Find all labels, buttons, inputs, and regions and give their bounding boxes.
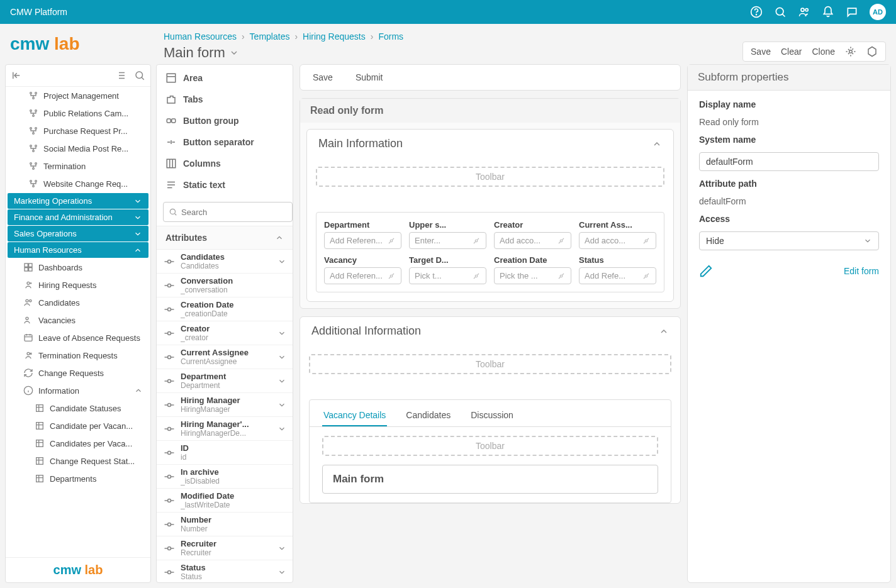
search-icon[interactable] <box>774 6 787 18</box>
field-input[interactable]: Add Referen... <box>324 267 401 284</box>
gear-icon[interactable] <box>845 46 856 57</box>
section-header-additional[interactable]: Additional Information <box>300 317 680 345</box>
field-input[interactable]: Enter... <box>409 232 486 249</box>
tool-button-group[interactable]: Button group <box>157 110 293 131</box>
canvas-save-button[interactable]: Save <box>313 72 333 82</box>
category-hr[interactable]: Human Resources <box>8 242 148 258</box>
crumb[interactable]: Forms <box>378 31 403 42</box>
sidebar-item-change[interactable]: Change Requests <box>6 364 150 382</box>
attributes-header[interactable]: Attributes <box>157 226 293 250</box>
tree-item[interactable]: Purchase Request Pr... <box>6 122 150 140</box>
sidebar-item-termination[interactable]: Termination Requests <box>6 347 150 364</box>
field-input[interactable]: Add acco... <box>494 232 571 249</box>
sidebar-item-information[interactable]: Information <box>6 382 150 399</box>
toolbar-placeholder[interactable]: Toolbar <box>309 354 671 374</box>
category-marketing[interactable]: Marketing Operations <box>8 193 148 209</box>
page-title: Main form <box>164 45 225 61</box>
attribute-item[interactable]: StatusStatus <box>157 560 293 582</box>
category-sales[interactable]: Sales Operations <box>8 226 148 241</box>
attribute-item[interactable]: DepartmentDepartment <box>157 369 293 393</box>
attribute-item[interactable]: RecruiterRecruiter <box>157 536 293 560</box>
clear-button[interactable]: Clear <box>781 47 802 57</box>
list-icon[interactable] <box>115 70 126 81</box>
field-input[interactable]: Pick t... <box>409 267 486 284</box>
attribute-item[interactable]: Hiring Manager'...HiringManagerDe... <box>157 417 293 441</box>
tool-area[interactable]: Area <box>157 67 293 89</box>
tool-static-text[interactable]: Static text <box>157 174 293 196</box>
sidebar-item-vacancies[interactable]: Vacancies <box>6 311 150 329</box>
search-input[interactable] <box>163 202 293 222</box>
svg-rect-40 <box>36 475 43 482</box>
svg-point-20 <box>35 163 37 165</box>
tree-item[interactable]: Website Change Req... <box>6 175 150 192</box>
crumb[interactable]: Templates <box>250 31 290 42</box>
sidebar-item[interactable]: Candidate per Vacan... <box>6 417 150 435</box>
svg-point-7 <box>30 92 32 94</box>
crumb[interactable]: Human Resources <box>164 31 237 42</box>
attribute-item[interactable]: In archive_isDisabled <box>157 465 293 489</box>
attribute-item[interactable]: Conversation_conversation <box>157 274 293 297</box>
toolbar-placeholder[interactable]: Toolbar <box>316 167 664 187</box>
help-icon[interactable] <box>750 6 763 18</box>
save-button[interactable]: Save <box>751 47 771 57</box>
canvas-submit-button[interactable]: Submit <box>356 72 383 82</box>
attribute-item[interactable]: Creator_creator <box>157 321 293 345</box>
field-input[interactable]: Pick the ... <box>494 267 571 284</box>
prop-value-attrpath: defaultForm <box>699 196 879 206</box>
collapse-icon[interactable] <box>11 70 22 81</box>
sidebar-item-hiring[interactable]: Hiring Requests <box>6 276 150 294</box>
tool-columns[interactable]: Columns <box>157 153 293 174</box>
svg-point-47 <box>168 284 171 287</box>
pencil-icon[interactable] <box>699 264 713 278</box>
inner-form[interactable]: Main form <box>322 465 658 494</box>
tree-item[interactable]: Project Management <box>6 87 150 104</box>
avatar[interactable]: AD <box>870 4 886 20</box>
svg-rect-28 <box>29 268 32 271</box>
users-icon[interactable] <box>798 6 810 18</box>
tree-item[interactable]: Public Relations Cam... <box>6 104 150 122</box>
tool-tabs[interactable]: Tabs <box>157 89 293 110</box>
field-label: Department <box>324 220 401 230</box>
sidebar-item-leave[interactable]: Leave of Absence Requests <box>6 329 150 347</box>
bell-icon[interactable] <box>822 6 834 18</box>
footer-logo: cmw lab <box>53 563 103 577</box>
attribute-item[interactable]: Creation Date_creationDate <box>157 297 293 321</box>
edit-form-link[interactable]: Edit form <box>844 266 879 276</box>
sidebar-item[interactable]: Change Request Stat... <box>6 452 150 470</box>
svg-point-59 <box>168 570 171 574</box>
tree-item[interactable]: Social Media Post Re... <box>6 140 150 157</box>
attribute-item[interactable]: CandidatesCandidates <box>157 250 293 274</box>
system-name-input[interactable] <box>699 152 879 171</box>
svg-point-19 <box>30 163 32 165</box>
sidebar-item-dashboards[interactable]: Dashboards <box>6 258 150 276</box>
sidebar-item[interactable]: Candidate Statuses <box>6 399 150 417</box>
field-input[interactable]: Add acco... <box>579 232 656 249</box>
tool-button-separator[interactable]: Button separator <box>157 131 293 153</box>
sidebar-item[interactable]: Candidates per Vaca... <box>6 435 150 452</box>
hexagon-icon[interactable] <box>866 46 878 57</box>
tree-item[interactable]: Termination <box>6 157 150 175</box>
crumb[interactable]: Hiring Requests <box>303 31 366 42</box>
breadcrumb: Human Resources› Templates› Hiring Reque… <box>164 31 886 42</box>
attribute-item[interactable]: IDid <box>157 441 293 465</box>
attribute-item[interactable]: Hiring ManagerHiringManager <box>157 393 293 417</box>
tab-discussion[interactable]: Discussion <box>469 405 515 426</box>
tab-candidates[interactable]: Candidates <box>405 405 452 426</box>
attribute-item[interactable]: Current AssigneeCurrentAssignee <box>157 345 293 369</box>
clone-button[interactable]: Clone <box>812 47 835 57</box>
tab-vacancy-details[interactable]: Vacancy Details <box>322 405 387 426</box>
sidebar-item-candidates[interactable]: Candidates <box>6 294 150 311</box>
category-finance[interactable]: Finance and Administration <box>8 209 148 225</box>
sidebar-item[interactable]: Departments <box>6 470 150 487</box>
access-select[interactable]: Hide <box>699 231 879 250</box>
field-input[interactable]: Add Referen... <box>324 232 401 249</box>
attribute-item[interactable]: Modified Date_lastWriteDate <box>157 489 293 513</box>
section-header-main[interactable]: Main Information <box>307 130 673 158</box>
chat-icon[interactable] <box>846 6 858 18</box>
toolbar-placeholder[interactable]: Toolbar <box>322 436 658 456</box>
search-icon[interactable] <box>134 70 145 81</box>
svg-point-8 <box>35 92 37 94</box>
attribute-item[interactable]: NumberNumber <box>157 513 293 536</box>
chevron-down-icon[interactable] <box>229 48 239 58</box>
field-input[interactable]: Add Refe... <box>579 267 656 284</box>
